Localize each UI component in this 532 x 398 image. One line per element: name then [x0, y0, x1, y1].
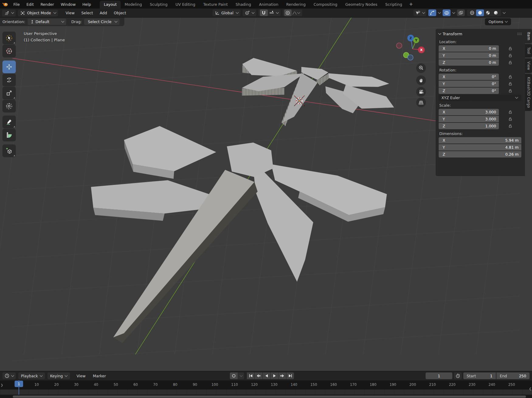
workspace-tab-layout[interactable]: Layout	[100, 1, 121, 9]
menu-window[interactable]: Window	[57, 2, 79, 7]
menu-select[interactable]: Select	[78, 11, 96, 15]
menu-add[interactable]: Add	[96, 11, 110, 15]
auto-keying-toggle[interactable]	[230, 372, 238, 379]
snap-toggle[interactable]	[260, 9, 268, 16]
field-rotation-z[interactable]: Z0°	[439, 88, 499, 94]
falloff-dropdown[interactable]	[292, 9, 301, 16]
workspace-tab-rendering[interactable]: Rendering	[282, 1, 310, 9]
scrollbar-thumb[interactable]	[13, 396, 526, 398]
lock-open-icon[interactable]	[508, 117, 513, 121]
tool-select-box[interactable]	[2, 32, 16, 44]
field-scale-z[interactable]: Z1.000	[439, 123, 499, 129]
rotation-mode-dropdown[interactable]: XYZ Euler	[439, 95, 521, 101]
timeline-ruler[interactable]: 1020304050607080901001101201301401501601…	[0, 380, 532, 389]
workspace-tab-modeling[interactable]: Modeling	[121, 1, 146, 9]
tool-measure[interactable]	[2, 129, 16, 141]
field-rotation-x[interactable]: X0°	[439, 74, 499, 80]
workspace-tab-animation[interactable]: Animation	[255, 1, 282, 9]
timeline-track[interactable]	[0, 389, 532, 395]
jump-to-end-button[interactable]	[286, 372, 294, 379]
navigation-gizmo[interactable]: Z Y X	[395, 33, 427, 61]
chevron-down-icon[interactable]	[503, 11, 506, 14]
play-button[interactable]	[271, 372, 278, 379]
ruler-expand-arrow-icon[interactable]: ❯	[1, 383, 3, 387]
mesh-plane-small[interactable]	[242, 58, 394, 126]
menu-object[interactable]: Object	[110, 11, 130, 15]
field-scale-x[interactable]: X3.000	[439, 109, 499, 115]
tool-move[interactable]	[2, 61, 16, 73]
lock-open-icon[interactable]	[508, 75, 513, 79]
next-keyframe-button[interactable]	[278, 372, 286, 379]
drag-dots-icon[interactable]	[517, 33, 522, 35]
auto-keying-dropdown[interactable]	[238, 372, 244, 379]
mesh-plane-large[interactable]	[91, 126, 387, 343]
menu-render[interactable]: Render	[37, 2, 57, 7]
field-dimensions-y[interactable]: Y4.81 m	[439, 144, 521, 151]
field-rotation-y[interactable]: Y0°	[439, 81, 499, 87]
current-frame-field[interactable]: 1	[426, 372, 452, 379]
playback-dropdown[interactable]: Playback	[18, 372, 45, 379]
drag-dropdown[interactable]: Select Circle	[84, 19, 119, 25]
menu-file[interactable]: File	[10, 2, 23, 7]
sidebar-tab-tool[interactable]: Tool	[525, 44, 532, 57]
workspace-tab-sculpting[interactable]: Sculpting	[146, 1, 171, 9]
orientation-default-dropdown[interactable]: Default	[28, 19, 67, 25]
field-dimensions-x[interactable]: X5.94 m	[439, 137, 521, 144]
lock-open-icon[interactable]	[508, 124, 513, 128]
add-workspace-button[interactable]: +	[406, 2, 416, 7]
editor-type-button[interactable]	[2, 10, 16, 16]
perspective-toggle-button[interactable]	[416, 98, 426, 107]
field-location-z[interactable]: Z0 m	[439, 59, 499, 66]
pivot-point-dropdown[interactable]	[243, 9, 256, 16]
field-location-y[interactable]: Y0 m	[439, 52, 499, 59]
start-frame-field[interactable]: Start 1	[463, 372, 496, 379]
lock-open-icon[interactable]	[508, 54, 513, 58]
field-dimensions-z[interactable]: Z0.26 m	[439, 151, 521, 157]
field-scale-y[interactable]: Y3.000	[439, 116, 499, 122]
panel-title[interactable]: Transform	[443, 32, 517, 36]
axis-negative-z-handle[interactable]	[408, 55, 413, 60]
tool-rotate[interactable]	[2, 74, 16, 86]
axis-negative-x-handle[interactable]	[396, 43, 402, 48]
jump-to-start-button[interactable]	[247, 372, 254, 379]
keying-dropdown[interactable]: Keying	[47, 372, 70, 379]
pan-button[interactable]	[416, 75, 426, 85]
zoom-button[interactable]	[416, 63, 426, 73]
menu-help[interactable]: Help	[79, 2, 95, 7]
shading-wireframe-button[interactable]	[468, 9, 476, 16]
field-location-x[interactable]: X0 m	[439, 45, 499, 52]
lock-open-icon[interactable]	[508, 89, 513, 93]
xray-toggle[interactable]	[457, 9, 465, 16]
overlays-toggle[interactable]	[443, 9, 451, 16]
chevron-down-icon[interactable]	[422, 11, 425, 14]
menu-timeline-marker[interactable]: Marker	[89, 374, 109, 378]
menu-edit[interactable]: Edit	[23, 2, 37, 7]
sidebar-tab-view[interactable]: View	[525, 58, 532, 73]
show-object-types-icon[interactable]	[415, 11, 420, 15]
chevron-down-icon[interactable]	[438, 11, 441, 14]
workspace-tab-scripting[interactable]: Scripting	[381, 1, 406, 9]
lock-open-icon[interactable]	[508, 82, 513, 86]
panel-collapse-chevron[interactable]	[438, 32, 441, 35]
track-collapse-arrow-icon[interactable]: ❮	[529, 387, 531, 390]
tool-add-cube[interactable]	[2, 144, 16, 157]
proportional-editing-toggle[interactable]	[284, 9, 292, 16]
lock-open-icon[interactable]	[508, 47, 513, 51]
play-reverse-button[interactable]	[263, 372, 270, 379]
current-frame-marker[interactable]: 1	[15, 381, 23, 387]
shading-rendered-button[interactable]	[492, 9, 500, 16]
shading-material-button[interactable]	[484, 9, 492, 16]
workspace-tab-geometry-nodes[interactable]: Geometry Nodes	[341, 1, 381, 9]
lock-open-icon[interactable]	[508, 110, 513, 114]
tool-cursor[interactable]	[2, 45, 16, 57]
menu-timeline-view[interactable]: View	[73, 374, 89, 378]
blender-logo-icon[interactable]	[2, 2, 8, 7]
sidebar-tab-item[interactable]: Item	[525, 29, 532, 43]
workspace-tab-shading[interactable]: Shading	[232, 1, 255, 9]
transform-orientation-dropdown[interactable]: Global	[212, 9, 240, 16]
snap-target-button[interactable]	[268, 9, 276, 16]
sidebar-tab-kitbash3d-cargo[interactable]: KitBash3D Cargo	[525, 74, 532, 111]
options-dropdown[interactable]: Options	[485, 18, 511, 25]
camera-view-button[interactable]	[416, 87, 426, 97]
tool-scale[interactable]	[2, 87, 16, 99]
